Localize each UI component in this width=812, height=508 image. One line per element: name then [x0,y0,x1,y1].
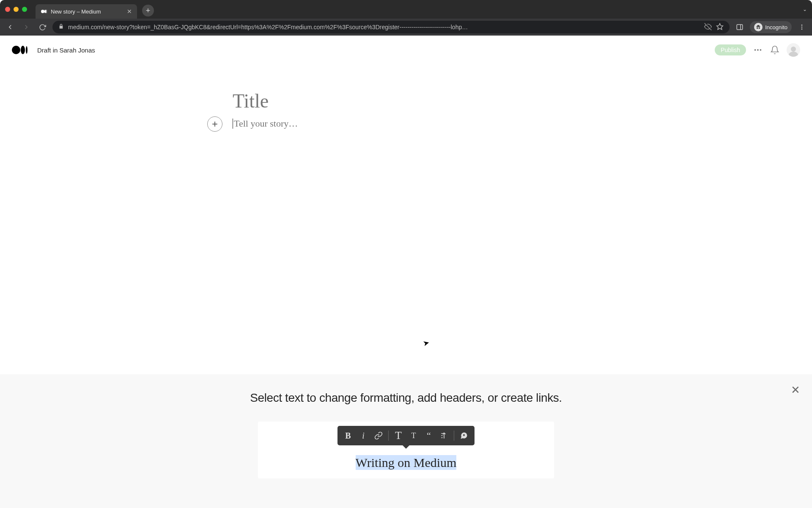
side-panel-icon[interactable] [734,21,746,33]
publish-button[interactable]: Publish [715,44,746,55]
private-note-button[interactable] [457,428,471,443]
browser-tab-strip: New story – Medium ✕ + ⌄ [0,0,812,19]
new-tab-button[interactable]: + [142,5,154,17]
tip-demo-card: B i T T “ Writin [258,422,554,478]
window-controls [5,7,27,12]
svg-marker-3 [717,23,723,29]
tip-message: Select text to change formatting, add he… [0,391,812,405]
url-text: medium.com/new-story?token=_hZ0BasG-JQgb… [68,24,700,30]
tip-panel: ✕ Select text to change formatting, add … [0,374,812,508]
more-menu-icon[interactable] [753,45,763,55]
small-heading-button[interactable]: T [406,428,421,443]
bold-button[interactable]: B [341,428,355,443]
body-input[interactable] [234,118,579,129]
forward-button[interactable] [20,21,32,33]
browser-menu-icon[interactable] [796,21,808,33]
app-header: Draft in Sarah Jonas Publish [0,36,812,64]
svg-point-14 [760,49,762,51]
incognito-label: Incognito [765,24,787,30]
draft-status: Draft in Sarah Jonas [37,47,95,54]
svg-point-9 [12,46,20,54]
tab-title: New story – Medium [51,8,123,15]
window-close[interactable] [5,7,10,12]
large-heading-button[interactable]: T [391,428,406,443]
svg-point-7 [801,27,803,28]
mouse-cursor-icon: ➤ [422,337,430,348]
svg-point-13 [757,49,759,51]
svg-point-0 [41,10,44,13]
tip-close-button[interactable]: ✕ [791,384,800,397]
browser-toolbar: medium.com/new-story?token=_hZ0BasG-JQgb… [0,19,812,36]
eye-off-icon[interactable] [704,23,712,32]
lock-icon [58,24,64,30]
svg-point-11 [26,46,27,54]
reload-button[interactable] [36,21,48,33]
title-input[interactable] [233,90,579,112]
add-content-button[interactable]: + [207,116,222,132]
svg-point-6 [801,25,803,26]
notifications-icon[interactable] [770,45,780,55]
format-toolbar: B i T T “ [337,426,475,445]
svg-point-8 [801,28,803,30]
italic-button[interactable]: i [356,428,370,443]
svg-rect-4 [737,25,743,30]
toolbar-separator [388,431,389,441]
tabs-dropdown-icon[interactable]: ⌄ [803,6,807,12]
svg-point-1 [44,10,46,13]
text-caret [233,119,233,129]
avatar[interactable] [787,43,800,57]
quote-button[interactable]: “ [422,428,436,443]
editor: + [233,90,579,129]
window-maximize[interactable] [22,7,27,12]
window-minimize[interactable] [14,7,19,12]
star-icon[interactable] [716,23,724,32]
incognito-indicator[interactable]: Incognito [750,21,792,33]
tab-favicon [41,8,47,15]
link-button[interactable] [371,428,386,443]
browser-tab[interactable]: New story – Medium ✕ [36,4,137,19]
tab-close-icon[interactable]: ✕ [127,8,132,15]
svg-point-12 [754,49,756,51]
page-content: Draft in Sarah Jonas Publish + ➤ ✕ Selec… [0,36,812,508]
svg-rect-2 [47,10,47,13]
svg-point-10 [21,46,25,54]
text-style-button[interactable] [437,428,451,443]
medium-logo[interactable] [12,45,30,55]
svg-rect-15 [463,434,464,436]
incognito-icon [754,23,763,31]
toolbar-separator [454,431,454,441]
address-bar[interactable]: medium.com/new-story?token=_hZ0BasG-JQgb… [52,21,730,33]
back-button[interactable] [4,21,16,33]
tip-demo-text: Writing on Medium [258,456,554,470]
